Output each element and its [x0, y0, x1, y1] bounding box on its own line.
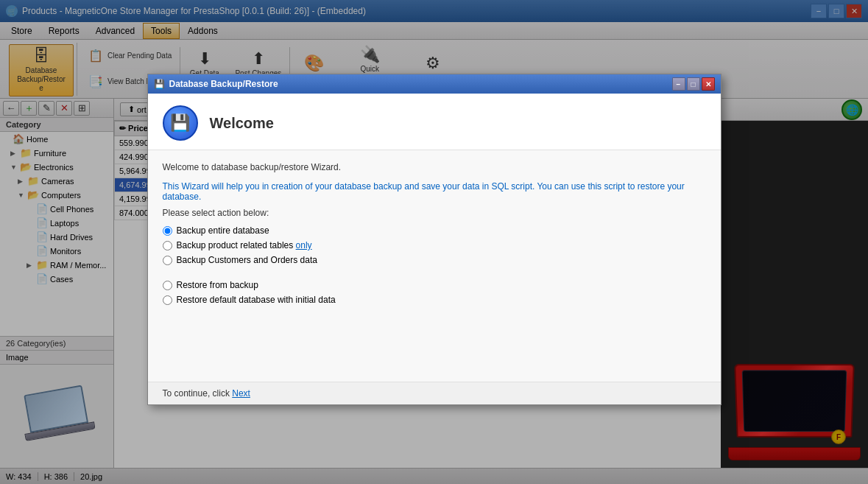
dialog-intro-2: This Wizard will help you in creation of…	[163, 181, 706, 202]
radio-restore-default-label: Restore default database with initial da…	[177, 295, 336, 305]
radio-backup-product-input[interactable]	[163, 241, 172, 250]
radio-restore-backup-input[interactable]	[163, 281, 172, 290]
backup-restore-dialog: 💾 Database Backup/Restore − □ ✕ 💾 Welcom…	[147, 74, 721, 405]
dialog-header: 💾 Welcome	[148, 94, 721, 150]
dialog-title-text: Database Backup/Restore	[169, 79, 278, 89]
radio-backup-customers[interactable]: Backup Customers and Orders data	[163, 255, 706, 265]
radio-backup-customers-input[interactable]	[163, 256, 172, 265]
dialog-minimize-button[interactable]: −	[672, 77, 685, 91]
backup-only-link[interactable]: only	[296, 240, 312, 250]
wizard-icon-symbol: 💾	[170, 113, 190, 133]
dialog-section-label: Please select action below:	[163, 208, 706, 218]
radio-restore-default-input[interactable]	[163, 295, 172, 305]
radio-backup-product[interactable]: Backup product related tables only	[163, 240, 706, 250]
dialog-highlight-text: This Wizard will help you in creation of…	[163, 181, 685, 202]
radio-backup-product-label: Backup product related tables only	[177, 240, 312, 250]
dialog-title-bar: 💾 Database Backup/Restore − □ ✕	[148, 74, 721, 94]
wizard-icon: 💾	[163, 105, 198, 141]
radio-restore-default[interactable]: Restore default database with initial da…	[163, 295, 706, 305]
backup-radio-group: Backup entire database Backup product re…	[163, 225, 706, 265]
dialog-close-button[interactable]: ✕	[702, 77, 715, 91]
dialog-title-left: 💾 Database Backup/Restore	[154, 79, 278, 89]
dialog-icon: 💾	[154, 79, 165, 89]
dialog-maximize-button[interactable]: □	[687, 77, 700, 91]
next-link[interactable]: Next	[232, 388, 250, 399]
dialog-footer: To continue, click Next	[148, 382, 721, 404]
radio-backup-customers-label: Backup Customers and Orders data	[177, 255, 317, 265]
dialog-intro-1: Welcome to database backup/restore Wizar…	[163, 162, 706, 172]
radio-backup-entire[interactable]: Backup entire database	[163, 225, 706, 236]
radio-backup-entire-input[interactable]	[163, 226, 172, 236]
radio-restore-backup-label: Restore from backup	[177, 280, 258, 290]
restore-radio-group: Restore from backup Restore default data…	[163, 280, 706, 305]
radio-restore-backup[interactable]: Restore from backup	[163, 280, 706, 290]
radio-backup-entire-label: Backup entire database	[177, 225, 269, 236]
dialog-heading: Welcome	[210, 115, 274, 132]
dialog-overlay: 💾 Database Backup/Restore − □ ✕ 💾 Welcom…	[0, 0, 868, 484]
dialog-body: Welcome to database backup/restore Wizar…	[148, 150, 721, 382]
footer-text: To continue, click	[163, 388, 233, 399]
